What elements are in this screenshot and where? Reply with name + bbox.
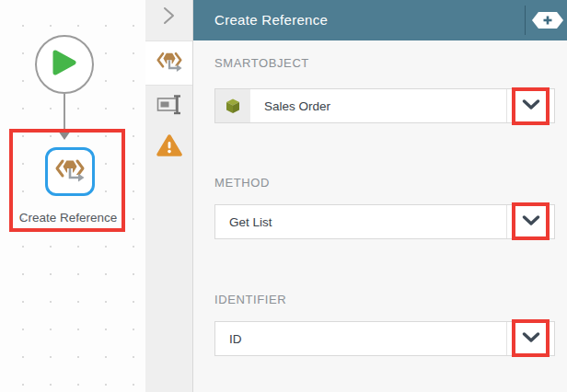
smartobject-dropdown[interactable]: Sales Order xyxy=(214,88,555,123)
method-label: METHOD xyxy=(214,176,270,190)
chevron-down-icon xyxy=(522,98,540,114)
configuration-panel: SMARTOBJECT Sales Order METHOD xyxy=(193,40,567,392)
chevron-right-icon xyxy=(162,6,177,29)
rename-icon xyxy=(156,95,182,119)
smartobject-label: SMARTOBJECT xyxy=(214,56,309,70)
smartobject-value: Sales Order xyxy=(250,89,506,122)
smartobject-cube-icon xyxy=(215,89,250,122)
create-reference-icon xyxy=(155,49,184,78)
workflow-canvas[interactable]: Create Reference xyxy=(0,0,145,392)
panel-title: Create Reference xyxy=(214,0,328,40)
identifier-value: ID xyxy=(215,322,506,355)
create-reference-icon xyxy=(53,156,87,189)
method-value: Get List xyxy=(215,205,506,238)
warning-icon xyxy=(156,133,182,161)
node-label: Create Reference xyxy=(10,211,126,225)
collapse-panel-button[interactable] xyxy=(158,6,180,29)
panel-tabstrip xyxy=(145,0,193,392)
header-divider xyxy=(525,6,526,35)
create-reference-node[interactable] xyxy=(45,147,95,196)
identifier-dropdown[interactable]: ID xyxy=(214,321,555,356)
connector-line xyxy=(64,94,65,133)
tab-errors[interactable] xyxy=(145,129,192,166)
play-icon xyxy=(51,48,78,81)
chevron-down-icon xyxy=(522,213,540,230)
workflow-designer: Create Reference xyxy=(0,0,567,392)
identifier-label: IDENTIFIER xyxy=(214,293,286,306)
identifier-dropdown-button[interactable] xyxy=(506,322,554,355)
tab-properties[interactable] xyxy=(145,89,192,124)
start-node[interactable] xyxy=(35,35,94,94)
plus-icon xyxy=(532,16,563,31)
chevron-down-icon xyxy=(522,330,540,347)
panel-header: Create Reference xyxy=(193,0,567,40)
method-dropdown-button[interactable] xyxy=(506,205,554,238)
smartobject-dropdown-button[interactable] xyxy=(506,89,554,122)
tab-configuration[interactable] xyxy=(145,40,192,86)
method-dropdown[interactable]: Get List xyxy=(214,204,555,239)
add-button[interactable] xyxy=(532,12,563,29)
